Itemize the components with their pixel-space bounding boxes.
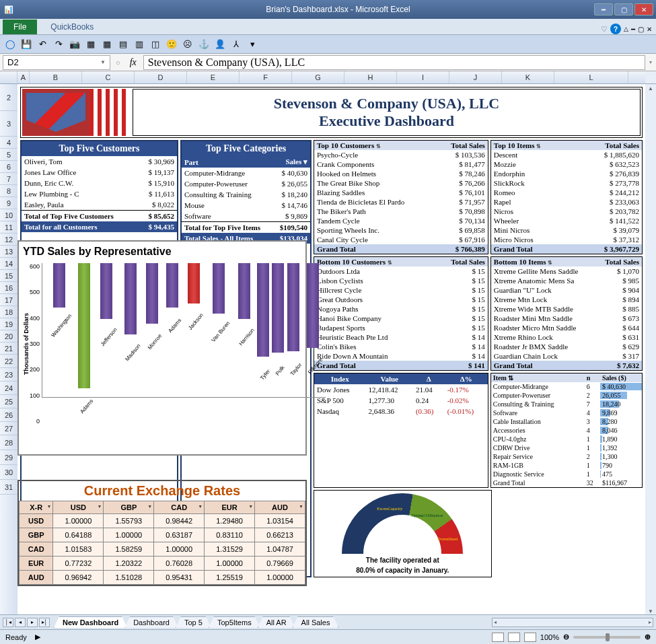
- formula-expand-icon[interactable]: ▾: [645, 59, 656, 65]
- select-all-corner[interactable]: [0, 71, 17, 83]
- horizontal-scrollbar[interactable]: ◂▸: [492, 618, 653, 627]
- sheet-tab[interactable]: New Dashboard: [54, 616, 127, 628]
- name-box[interactable]: D2 ▼: [3, 55, 110, 70]
- zoom-in-button[interactable]: ⊕: [645, 633, 651, 641]
- column-header[interactable]: L: [554, 71, 628, 83]
- frown-icon[interactable]: ☹: [182, 38, 194, 50]
- zoom-slider[interactable]: [573, 636, 641, 639]
- row-header[interactable]: 3: [0, 111, 17, 137]
- column-header[interactable]: F: [240, 71, 292, 83]
- smile-icon[interactable]: 🙂: [166, 38, 178, 50]
- row-header[interactable]: 28: [0, 435, 17, 450]
- column-header[interactable]: A: [17, 71, 30, 83]
- sheet-tab[interactable]: Top 5: [176, 616, 211, 628]
- row-header[interactable]: 7: [0, 173, 17, 185]
- doc-minimize-icon[interactable]: ━: [631, 26, 635, 33]
- prev-sheet-button[interactable]: ◂: [15, 618, 26, 627]
- row-header[interactable]: 18: [0, 306, 17, 318]
- ribbon-tabs: File HomeInsertPage LayoutFormulasDataRe…: [0, 19, 656, 35]
- row-header[interactable]: 24: [0, 382, 17, 395]
- excel-icon: 📊: [0, 5, 20, 14]
- gauge-text: The facility operated at: [366, 557, 439, 564]
- row-header[interactable]: 6: [0, 161, 17, 173]
- row-header[interactable]: 12: [0, 234, 17, 246]
- row-header[interactable]: 22: [0, 355, 17, 368]
- column-header[interactable]: G: [292, 71, 344, 83]
- column-header[interactable]: J: [449, 71, 502, 83]
- row-header[interactable]: 23: [0, 368, 17, 382]
- chevron-down-icon[interactable]: ▼: [100, 59, 106, 65]
- maximize-button[interactable]: ▢: [614, 3, 633, 15]
- first-sheet-button[interactable]: │◂: [3, 618, 13, 627]
- pivot-icon[interactable]: ◫: [149, 38, 161, 50]
- row-header[interactable]: 14: [0, 258, 17, 270]
- row-header[interactable]: 15: [0, 270, 17, 282]
- column-header[interactable]: I: [397, 71, 449, 83]
- row-header[interactable]: 29: [0, 450, 17, 465]
- sheet-tab[interactable]: All Sales: [293, 616, 339, 628]
- minimize-button[interactable]: ━: [594, 3, 613, 15]
- row-header[interactable]: 8: [0, 185, 17, 197]
- row-header[interactable]: 5: [0, 149, 17, 161]
- dropdown-icon[interactable]: ▾: [246, 38, 258, 50]
- save-icon[interactable]: 💾: [20, 38, 32, 50]
- form-icon[interactable]: ▦: [85, 38, 97, 50]
- column-header[interactable]: D: [135, 71, 187, 83]
- tree-icon[interactable]: ⅄: [230, 38, 242, 50]
- grid-icon[interactable]: ▦: [101, 38, 113, 50]
- row-header[interactable]: 30: [0, 465, 17, 480]
- column-header[interactable]: C: [82, 71, 135, 83]
- column-header[interactable]: E: [187, 71, 240, 83]
- page-break-view-button[interactable]: [524, 633, 536, 642]
- row-header[interactable]: 16: [0, 282, 17, 294]
- calc-icon[interactable]: ▤: [117, 38, 129, 50]
- indices-box: IndexValueΔΔ%Dow Jones12,418.4221.04-0.1…: [314, 373, 488, 488]
- file-tab[interactable]: File: [3, 20, 37, 34]
- row-header[interactable]: 9: [0, 197, 17, 209]
- row-header[interactable]: 2: [0, 84, 17, 111]
- doc-restore-icon[interactable]: ▢: [638, 26, 644, 33]
- column-header[interactable]: H: [344, 71, 397, 83]
- row-header[interactable]: 25: [0, 395, 17, 408]
- fx-icon[interactable]: fx: [123, 57, 143, 68]
- ribbon-minimize-icon[interactable]: △: [624, 26, 628, 32]
- tools-icon[interactable]: ▥: [133, 38, 145, 50]
- cancel-formula-icon[interactable]: ○: [113, 59, 123, 67]
- last-sheet-button[interactable]: ▸│: [39, 618, 50, 627]
- vertical-scrollbar[interactable]: ▲▼: [645, 84, 656, 614]
- sheet-tab[interactable]: Top5Items: [209, 616, 260, 628]
- ribbon-tab-quickbooks[interactable]: QuickBooks: [42, 20, 104, 34]
- column-header[interactable]: K: [502, 71, 554, 83]
- row-header[interactable]: 10: [0, 209, 17, 221]
- formula-input[interactable]: Stevenson & Company (USA), LLC: [143, 55, 645, 70]
- doc-close-icon[interactable]: ✕: [647, 26, 652, 33]
- row-header[interactable]: 17: [0, 294, 17, 306]
- ribbon-more-icon[interactable]: ♡: [601, 25, 608, 34]
- anchor-icon[interactable]: ⚓: [198, 38, 210, 50]
- zoom-out-button[interactable]: ⊖: [563, 633, 569, 641]
- close-button[interactable]: ✕: [634, 3, 653, 15]
- worksheet[interactable]: Stevenson & Company (USA), LLC Executive…: [17, 84, 645, 614]
- normal-view-button[interactable]: [492, 633, 504, 642]
- redo-icon[interactable]: ↷: [52, 38, 65, 50]
- row-header[interactable]: 26: [0, 408, 17, 422]
- row-header[interactable]: 20: [0, 330, 17, 343]
- row-header[interactable]: 13: [0, 246, 17, 258]
- row-header[interactable]: 4: [0, 137, 17, 149]
- undo-icon[interactable]: ↶: [36, 38, 48, 50]
- new-icon[interactable]: ◯: [4, 38, 16, 50]
- page-layout-view-button[interactable]: [508, 633, 520, 642]
- row-header[interactable]: 11: [0, 221, 17, 234]
- row-header[interactable]: 27: [0, 422, 17, 435]
- sheet-tab[interactable]: All AR: [258, 616, 295, 628]
- sheet-tab[interactable]: Dashboard: [124, 616, 178, 628]
- camera-icon[interactable]: 📷: [69, 38, 81, 50]
- macro-record-icon[interactable]: ▶: [35, 633, 40, 641]
- help-icon[interactable]: ?: [610, 24, 621, 34]
- row-header[interactable]: 21: [0, 343, 17, 355]
- column-header[interactable]: B: [30, 71, 82, 83]
- row-header[interactable]: 31: [0, 480, 17, 495]
- next-sheet-button[interactable]: ▸: [27, 618, 38, 627]
- row-header[interactable]: 19: [0, 318, 17, 330]
- person-icon[interactable]: 👤: [214, 38, 226, 50]
